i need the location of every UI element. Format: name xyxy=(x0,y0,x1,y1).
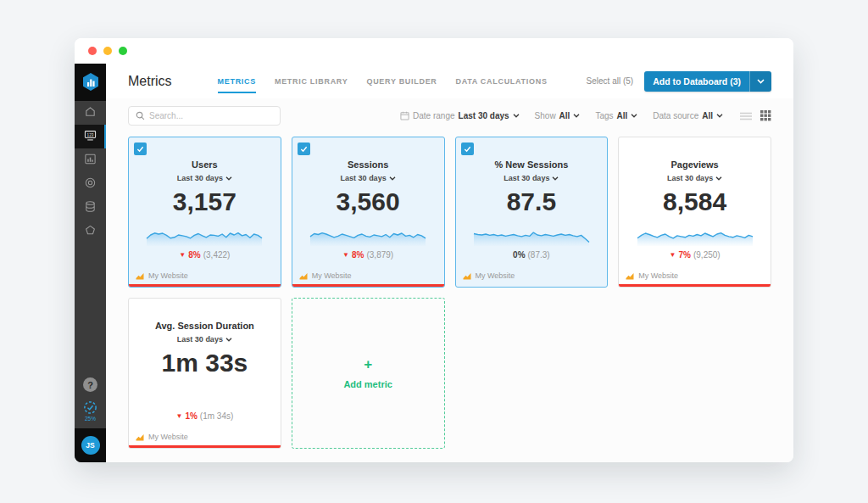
change-previous-value: (87.3) xyxy=(528,250,550,260)
metric-value: 3,157 xyxy=(173,188,236,215)
negative-trend-bar xyxy=(129,445,281,448)
sidebar-item-data-sources[interactable] xyxy=(75,196,106,220)
metric-title: % New Sessions xyxy=(494,159,568,170)
sidebar-item-metrics[interactable]: 123 xyxy=(75,125,106,148)
data-source-name: My Website xyxy=(148,433,188,441)
sidebar-item-databoards[interactable] xyxy=(75,148,106,172)
metric-card-avg-session-duration[interactable]: Avg. Session DurationLast 30 days1m 33s▼… xyxy=(128,298,281,449)
metric-title: Sessions xyxy=(348,159,388,170)
main-content: Metrics METRICSMETRIC LIBRARYQUERY BUILD… xyxy=(106,64,793,462)
filter-data-source[interactable]: Data sourceAll xyxy=(653,111,723,120)
chevron-down-icon xyxy=(513,114,520,118)
metric-card-grid: UsersLast 30 days3,157 ▼8%(3,422)My Webs… xyxy=(106,131,793,462)
add-to-databoard-caret-button[interactable] xyxy=(749,71,771,92)
card-checkbox[interactable] xyxy=(134,143,147,155)
sidebar-item-home[interactable] xyxy=(75,101,106,125)
analytics-source-icon xyxy=(136,271,144,280)
filter-value: All xyxy=(559,111,570,120)
metric-title: Avg. Session Duration xyxy=(155,321,254,331)
metric-period-dropdown[interactable]: Last 30 days xyxy=(341,174,396,182)
change-down-arrow-icon: ▼ xyxy=(175,412,182,420)
chevron-down-icon xyxy=(552,176,559,181)
check-icon xyxy=(300,145,308,153)
analytics-source-icon xyxy=(626,271,634,280)
analytics-source-icon xyxy=(463,271,471,280)
metric-card-sessions[interactable]: SessionsLast 30 days3,560 ▼8%(3,879)My W… xyxy=(292,137,445,288)
metric-change: ▼7%(9,250) xyxy=(670,250,721,260)
metric-card-pageviews[interactable]: PageviewsLast 30 days8,584 ▼7%(9,250)My … xyxy=(618,137,771,288)
chevron-down-icon xyxy=(389,176,396,181)
sidebar-nav: 123 xyxy=(75,101,106,243)
metric-value: 1m 33s xyxy=(162,349,248,377)
select-all-link[interactable]: Select all (5) xyxy=(587,76,634,86)
metric-period: Last 30 days xyxy=(667,174,713,182)
filter-label: Tags xyxy=(595,111,613,120)
filter-label: Show xyxy=(535,111,556,120)
add-to-databoard-button[interactable]: Add to Databoard (3) xyxy=(644,71,749,92)
goals-target-icon xyxy=(84,176,97,193)
minimize-window-button[interactable] xyxy=(103,47,112,55)
metric-period-dropdown[interactable]: Last 30 days xyxy=(667,174,722,182)
filters: Date rangeLast 30 daysShowAllTagsAllData… xyxy=(400,111,723,120)
zoom-window-button[interactable] xyxy=(119,47,127,55)
metric-change: 0%(87.3) xyxy=(513,250,550,260)
metric-card-users[interactable]: UsersLast 30 days3,157 ▼8%(3,422)My Webs… xyxy=(128,137,281,288)
change-percent: 7% xyxy=(679,250,691,260)
card-footer: My Website xyxy=(456,271,608,287)
metric-value: 8,584 xyxy=(663,188,726,215)
help-icon[interactable]: ? xyxy=(83,377,97,392)
tab-bar: METRICSMETRIC LIBRARYQUERY BUILDERDATA C… xyxy=(218,64,548,98)
data-source-name: My Website xyxy=(148,271,188,280)
search-box[interactable] xyxy=(128,106,281,126)
metric-value: 87.5 xyxy=(507,188,556,215)
list-view-icon[interactable] xyxy=(740,112,752,120)
metric-period: Last 30 days xyxy=(177,174,223,182)
plus-icon: + xyxy=(364,357,372,372)
sidebar-item-goals[interactable] xyxy=(75,172,106,196)
filter-tags[interactable]: TagsAll xyxy=(595,111,637,120)
metric-title: Users xyxy=(192,159,218,170)
filter-show[interactable]: ShowAll xyxy=(535,111,581,120)
filter-date-range[interactable]: Date rangeLast 30 days xyxy=(400,111,520,120)
metric-card-new-sessions[interactable]: % New SessionsLast 30 days87.5 0%(87.3)M… xyxy=(455,137,609,288)
search-input[interactable] xyxy=(149,111,273,120)
metric-period-dropdown[interactable]: Last 30 days xyxy=(177,174,232,182)
change-down-arrow-icon: ▼ xyxy=(342,251,349,259)
analytics-source-icon xyxy=(136,433,144,441)
change-percent: 8% xyxy=(352,250,364,260)
filter-label: Date range xyxy=(413,111,454,120)
svg-text:123: 123 xyxy=(87,132,94,137)
metric-period-dropdown[interactable]: Last 30 days xyxy=(504,174,559,182)
home-icon xyxy=(84,105,97,121)
view-toggles xyxy=(740,110,771,121)
tab-query-builder[interactable]: QUERY BUILDER xyxy=(366,64,437,98)
databox-logo[interactable] xyxy=(75,64,106,101)
card-checkbox[interactable] xyxy=(298,143,310,155)
tab-metrics[interactable]: METRICS xyxy=(218,64,256,98)
metric-period-dropdown[interactable]: Last 30 days xyxy=(177,335,232,344)
avatar[interactable]: JS xyxy=(81,436,100,455)
grid-view-icon[interactable] xyxy=(760,110,771,121)
sidebar-item-benchmarks[interactable] xyxy=(75,220,106,243)
metric-change: ▼8%(3,879) xyxy=(342,250,393,260)
add-metric-label: Add metric xyxy=(343,379,392,389)
card-checkbox[interactable] xyxy=(461,143,474,155)
data-source-name: My Website xyxy=(312,271,352,280)
sparkline-chart xyxy=(309,220,427,247)
progress-percent: 25% xyxy=(85,416,96,422)
sparkline-chart xyxy=(145,220,264,247)
data-source-name: My Website xyxy=(638,271,678,280)
change-down-arrow-icon: ▼ xyxy=(179,251,186,259)
chevron-down-icon xyxy=(225,176,232,181)
chevron-down-icon xyxy=(716,114,723,118)
close-window-button[interactable] xyxy=(88,47,97,55)
sidebar-bottom: ? 25% JS xyxy=(75,377,106,462)
page-title: Metrics xyxy=(128,74,172,89)
calendar-icon xyxy=(400,111,409,120)
change-previous-value: (3,422) xyxy=(203,250,231,260)
tab-metric-library[interactable]: METRIC LIBRARY xyxy=(275,64,348,98)
onboarding-progress-icon[interactable]: 25% xyxy=(83,400,97,422)
add-metric-tile[interactable]: +Add metric xyxy=(292,298,445,449)
tab-data-calculations[interactable]: DATA CALCULATIONS xyxy=(456,64,548,98)
check-icon xyxy=(136,145,144,153)
